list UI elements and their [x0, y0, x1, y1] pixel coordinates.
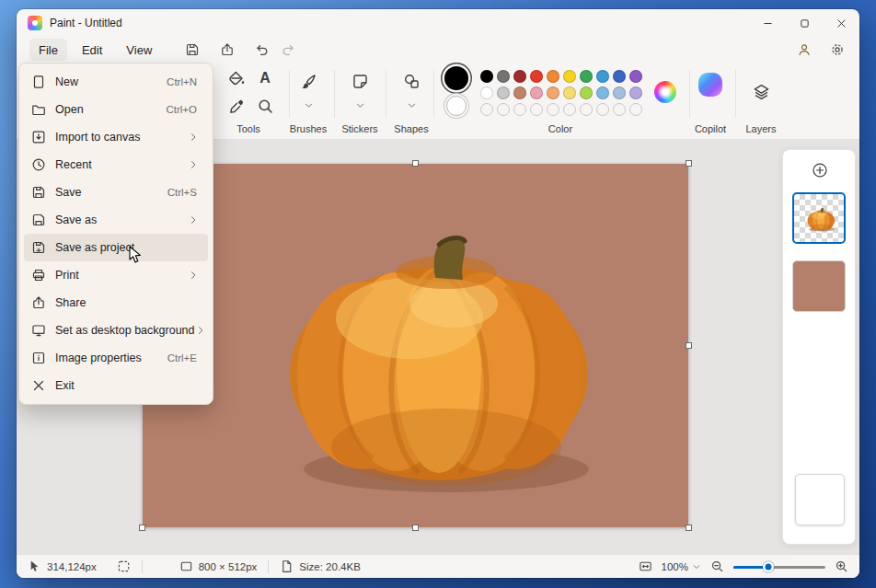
custom-color-slot[interactable]: [530, 103, 543, 116]
file-size-icon: [280, 559, 294, 573]
custom-color-slot[interactable]: [513, 103, 526, 116]
canvas[interactable]: [143, 164, 688, 527]
add-layer-button[interactable]: [809, 159, 831, 181]
view-menu-button[interactable]: View: [117, 39, 161, 61]
resize-handle-bottom-right[interactable]: [686, 525, 692, 531]
custom-color-slot[interactable]: [547, 103, 559, 116]
text-tool-glyph: A: [259, 71, 271, 86]
menu-item-open[interactable]: Open Ctrl+O: [24, 96, 208, 123]
resize-handle-top-center[interactable]: [412, 160, 419, 167]
primary-color-swatch[interactable]: [444, 66, 468, 90]
resize-handle-top-right[interactable]: [686, 160, 692, 167]
color-swatch[interactable]: [629, 86, 642, 99]
layers-panel: [782, 149, 856, 545]
submenu-chevron-icon: [188, 270, 199, 281]
selection-size-icon[interactable]: [117, 559, 131, 573]
menu-item-exit[interactable]: Exit: [24, 372, 208, 399]
file-menu-button[interactable]: File: [29, 39, 67, 61]
shapes-dropdown-chevron[interactable]: [404, 99, 419, 110]
color-swatch[interactable]: [547, 86, 559, 99]
text-tool[interactable]: A: [252, 65, 278, 91]
menu-item-import-to-canvas[interactable]: Import to canvas: [24, 123, 208, 151]
custom-color-slot[interactable]: [563, 103, 576, 116]
brushes-button[interactable]: [295, 68, 321, 94]
color-swatch[interactable]: [596, 70, 609, 83]
menu-item-new[interactable]: New Ctrl+N: [24, 68, 208, 96]
settings-gear-icon[interactable]: [824, 39, 850, 61]
maximize-button[interactable]: [786, 9, 823, 37]
save-quick-button[interactable]: [179, 39, 205, 61]
menu-item-save-as[interactable]: Save as: [24, 206, 208, 234]
zoom-in-icon[interactable]: [835, 559, 848, 573]
edit-colors-wheel[interactable]: [654, 81, 676, 103]
window-controls: [749, 9, 859, 37]
color-swatch[interactable]: [497, 70, 510, 83]
color-swatch[interactable]: [480, 70, 493, 83]
color-swatch[interactable]: [480, 86, 493, 99]
custom-color-slot[interactable]: [596, 103, 609, 116]
custom-color-slot[interactable]: [580, 103, 593, 116]
custom-color-slot[interactable]: [480, 103, 493, 116]
share-quick-button[interactable]: [214, 39, 240, 61]
shapes-group-label: Shapes: [379, 123, 444, 134]
color-swatch[interactable]: [530, 70, 543, 83]
eyedropper-tool[interactable]: [224, 93, 249, 119]
fit-to-screen-icon[interactable]: [639, 559, 652, 573]
minimize-button[interactable]: [749, 9, 786, 37]
menubar-right: [791, 39, 850, 61]
paint-app-icon: [28, 16, 42, 30]
fill-bucket-tool[interactable]: [224, 65, 249, 91]
brushes-dropdown-chevron[interactable]: [301, 99, 316, 110]
color-swatch[interactable]: [613, 86, 626, 99]
layer-thumbnail-pumpkin[interactable]: [792, 192, 846, 244]
close-button[interactable]: [823, 9, 859, 37]
secondary-color-swatch[interactable]: [446, 96, 467, 116]
ribbon-divider: [735, 70, 736, 118]
custom-color-slot[interactable]: [629, 103, 642, 116]
canvas-background-thumbnail[interactable]: [795, 474, 845, 525]
color-swatch[interactable]: [580, 86, 593, 99]
zoom-out-icon[interactable]: [710, 559, 724, 573]
ribbon-divider: [689, 70, 690, 118]
color-swatch[interactable]: [530, 86, 543, 99]
menu-item-share[interactable]: Share: [24, 289, 208, 317]
stickers-dropdown-chevron[interactable]: [352, 99, 367, 110]
color-swatch[interactable]: [613, 70, 626, 83]
edit-menu-button[interactable]: Edit: [73, 39, 111, 61]
menu-item-print[interactable]: Print: [24, 261, 208, 289]
resize-handle-bottom-left[interactable]: [139, 525, 145, 531]
resize-handle-right-middle[interactable]: [686, 342, 692, 349]
resize-handle-bottom-center[interactable]: [412, 525, 419, 531]
layer-thumbnail-background[interactable]: [792, 260, 846, 312]
redo-button[interactable]: [275, 39, 301, 61]
custom-color-slot[interactable]: [613, 103, 626, 116]
color-swatch[interactable]: [563, 70, 576, 83]
menu-item-recent[interactable]: Recent: [24, 151, 208, 179]
zoom-level-dropdown[interactable]: 100%: [662, 561, 701, 572]
color-swatch[interactable]: [563, 86, 576, 99]
color-swatch[interactable]: [580, 70, 593, 83]
shapes-button[interactable]: [398, 68, 424, 94]
layers-button[interactable]: [748, 78, 774, 104]
menu-item-image-properties[interactable]: Image properties Ctrl+E: [24, 344, 208, 372]
menu-item-save-as-project[interactable]: Save as project: [24, 234, 208, 261]
custom-color-slot[interactable]: [497, 103, 510, 116]
zoom-slider[interactable]: [733, 560, 825, 573]
stickers-button[interactable]: [347, 68, 373, 94]
account-icon[interactable]: [791, 39, 817, 61]
color-swatch[interactable]: [547, 70, 559, 83]
undo-button[interactable]: [249, 39, 275, 61]
menu-item-save[interactable]: Save Ctrl+S: [24, 179, 208, 206]
ribbon-divider: [386, 70, 386, 118]
magnifier-tool[interactable]: [252, 93, 278, 119]
layers-group-label: Layers: [729, 123, 793, 134]
color-swatch[interactable]: [629, 70, 642, 83]
zoom-slider-thumb[interactable]: [763, 561, 774, 572]
color-swatch[interactable]: [497, 86, 510, 99]
color-swatch[interactable]: [513, 86, 526, 99]
color-swatch[interactable]: [513, 70, 526, 83]
desktop: Paint - Untitled File Edit View: [0, 0, 876, 588]
menu-item-set-as-desktop-background[interactable]: Set as desktop background: [24, 317, 208, 344]
color-swatch[interactable]: [596, 86, 609, 99]
copilot-button[interactable]: [698, 73, 722, 97]
